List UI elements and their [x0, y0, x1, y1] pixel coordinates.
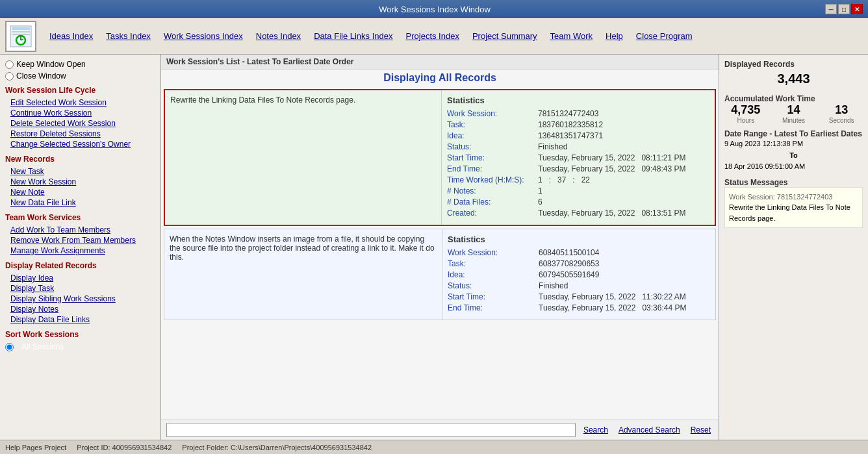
- date-range-display: 9 Aug 2023 12:13:38 PM To 18 Apr 2016 09…: [724, 138, 863, 173]
- stat-start-2: Start Time: Tuesday, February 15, 2022 1…: [448, 292, 710, 301]
- sidebar-display-notes[interactable]: Display Notes: [8, 304, 155, 314]
- svg-rect-1: [12, 27, 30, 30]
- menu-notes-index[interactable]: Notes Index: [251, 29, 306, 44]
- stats-title-1: Statistics: [447, 95, 709, 105]
- minutes-unit: 14 Minutes: [772, 103, 815, 124]
- sidebar-scroll: Keep Window Open Close Window Work Sessi…: [0, 55, 160, 440]
- status-project: Help Pages Project: [5, 444, 66, 451]
- app-logo: [5, 21, 36, 52]
- menu-ideas-index[interactable]: Ideas Index: [44, 29, 98, 44]
- record-description-2: When the Notes Window inserts an image f…: [164, 229, 442, 320]
- stat-status-1: Status: Finished: [447, 142, 709, 151]
- sidebar-manage-assignments[interactable]: Manage Work Assignments: [8, 246, 155, 256]
- content-header: Work Session's List - Latest To Earliest…: [161, 55, 719, 69]
- close-button[interactable]: ✕: [851, 4, 863, 14]
- stat-time-worked-1: Time Worked (H:M:S): 1 : 37 : 22: [447, 175, 709, 184]
- menu-projects-index[interactable]: Projects Index: [401, 29, 465, 44]
- sidebar-restore-sessions[interactable]: Restore Deleted Sessions: [8, 129, 155, 139]
- displayed-records-section: Displayed Records 3,443: [724, 60, 863, 89]
- sidebar-continue-session[interactable]: Continue Work Session: [8, 108, 155, 118]
- minutes-value: 14: [772, 103, 815, 117]
- sidebar-change-owner[interactable]: Change Selected Session's Owner: [8, 139, 155, 149]
- sidebar-new-task[interactable]: New Task: [8, 166, 155, 177]
- sidebar-remove-work-team[interactable]: Remove Work From Team Members: [8, 235, 155, 246]
- menu-team-work[interactable]: Team Work: [545, 29, 598, 44]
- menu-help[interactable]: Help: [600, 29, 628, 44]
- section-new-records: New Records: [5, 155, 155, 164]
- window-title: Work Sessions Index Window: [44, 5, 825, 14]
- stat-created-1: Created: Tuesday, February 15, 2022 08:1…: [447, 208, 709, 218]
- stat-end-1: End Time: Tuesday, February 15, 2022 09:…: [447, 164, 709, 173]
- minimize-button[interactable]: ─: [825, 4, 837, 14]
- sidebar-new-note[interactable]: New Note: [8, 187, 155, 197]
- seconds-unit: 13 Seconds: [820, 103, 863, 124]
- menu-data-file-links-index[interactable]: Data File Links Index: [309, 29, 398, 44]
- status-messages-section: Status Messages Work Session: 7815132477…: [724, 178, 863, 229]
- display-title: Displaying All Records: [161, 69, 719, 86]
- displayed-records-title: Displayed Records: [724, 60, 863, 69]
- status-bar: Help Pages Project Project ID: 400956931…: [0, 440, 868, 454]
- svg-rect-3: [12, 34, 30, 35]
- title-bar: Work Sessions Index Window ─ □ ✕: [0, 0, 868, 18]
- menu-project-summary[interactable]: Project Summary: [467, 29, 542, 44]
- stats-title-2: Statistics: [448, 234, 710, 244]
- sidebar-add-work-team[interactable]: Add Work To Team Members: [8, 225, 155, 235]
- sidebar-edit-selected[interactable]: Edit Selected Work Session: [8, 97, 155, 108]
- section-work-session-life-cycle: Work Session Life Cycle: [5, 86, 155, 95]
- sidebar-new-data-file-link[interactable]: New Data File Link: [8, 197, 155, 208]
- menu-work-sessions-index[interactable]: Work Sessions Index: [159, 29, 248, 44]
- sidebar-new-work-session[interactable]: New Work Session: [8, 177, 155, 187]
- menu-bar: Ideas Index Tasks Index Work Sessions In…: [0, 18, 868, 55]
- sidebar-display-task[interactable]: Display Task: [8, 283, 155, 294]
- displayed-records-value: 3,443: [724, 69, 863, 89]
- date-to: 18 Apr 2016 09:51:00 AM: [724, 161, 863, 173]
- date-range-title: Date Range - Latest To Earliest Dates: [724, 129, 863, 138]
- sidebar: Keep Window Open Close Window Work Sessi…: [0, 55, 161, 440]
- search-button[interactable]: Search: [581, 424, 611, 436]
- hours-unit: 4,735 Hours: [724, 103, 767, 124]
- search-input[interactable]: [166, 423, 576, 437]
- menu-tasks-index[interactable]: Tasks Index: [101, 29, 156, 44]
- sidebar-display-idea[interactable]: Display Idea: [8, 273, 155, 283]
- menu-items: Ideas Index Tasks Index Work Sessions In…: [44, 29, 698, 44]
- main-layout: Keep Window Open Close Window Work Sessi…: [0, 55, 868, 440]
- menu-close-program[interactable]: Close Program: [631, 29, 698, 44]
- maximize-button[interactable]: □: [838, 4, 850, 14]
- right-panel: Displayed Records 3,443 Accumulated Work…: [719, 55, 868, 440]
- accumulated-work-time-section: Accumulated Work Time 4,735 Hours 14 Min…: [724, 94, 863, 124]
- sidebar-display-data-file-links[interactable]: Display Data File Links: [8, 314, 155, 325]
- stat-start-1: Start Time: Tuesday, February 15, 2022 0…: [447, 153, 709, 162]
- records-list[interactable]: Rewrite the Linking Data Files To Note R…: [161, 86, 719, 420]
- stat-end-2: End Time: Tuesday, February 15, 2022 03:…: [448, 303, 710, 312]
- sort-all-sessions-label: All Sessions: [19, 342, 66, 352]
- stat-task-2: Task: 60837708290653: [448, 259, 710, 268]
- sidebar-delete-session[interactable]: Delete Selected Work Session: [8, 118, 155, 129]
- search-bar: Search Advanced Search Reset: [161, 420, 719, 440]
- stat-idea-1: Idea: 136481351747371: [447, 131, 709, 140]
- table-row[interactable]: Rewrite the Linking Data Files To Note R…: [164, 89, 716, 226]
- minutes-label: Minutes: [772, 117, 815, 124]
- content-area: Work Session's List - Latest To Earliest…: [161, 55, 719, 440]
- close-window-radio[interactable]: Close Window: [5, 71, 155, 81]
- sidebar-display-sibling-sessions[interactable]: Display Sibling Work Sessions: [8, 294, 155, 304]
- seconds-label: Seconds: [820, 117, 863, 124]
- status-project-id: Project ID: 400956931534842: [77, 444, 172, 451]
- seconds-value: 13: [820, 103, 863, 117]
- stat-data-files-1: # Data Files: 6: [447, 197, 709, 207]
- section-display-related: Display Related Records: [5, 261, 155, 270]
- advanced-search-button[interactable]: Advanced Search: [616, 424, 683, 436]
- status-messages-content: Work Session: 78151324772403 Rewrite the…: [724, 187, 863, 229]
- stat-status-2: Status: Finished: [448, 281, 710, 290]
- date-from: 9 Aug 2023 12:13:38 PM: [724, 138, 863, 150]
- record-stats-1: Statistics Work Session: 78151324772403 …: [442, 90, 715, 225]
- window-controls: ─ □ ✕: [825, 4, 863, 14]
- hours-label: Hours: [724, 117, 767, 124]
- table-row[interactable]: When the Notes Window inserts an image f…: [164, 229, 716, 320]
- reset-button[interactable]: Reset: [688, 424, 713, 436]
- sort-all-sessions-radio[interactable]: All Sessions: [5, 342, 155, 352]
- date-range-section: Date Range - Latest To Earliest Dates 9 …: [724, 129, 863, 173]
- stat-work-session-2: Work Session: 60840511500104: [448, 248, 710, 257]
- keep-window-open-radio[interactable]: Keep Window Open: [5, 60, 155, 69]
- stat-task-1: Task: 183760182335812: [447, 120, 709, 129]
- hours-value: 4,735: [724, 103, 767, 117]
